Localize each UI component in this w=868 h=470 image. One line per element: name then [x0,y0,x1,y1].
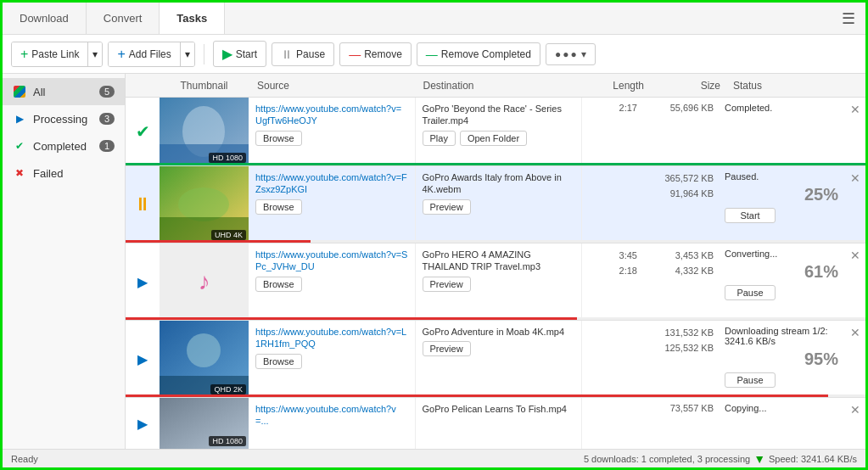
thumb-badge: HD 1080 [209,153,246,163]
paste-link-dropdown[interactable]: ▾ [88,42,102,66]
task-status-col: Converting... 61% Pause [718,243,845,320]
pause-icon: ⏸ [281,48,293,61]
toolbar-separator-1 [204,44,204,64]
completed-icon: ✔ [13,139,26,153]
title-bar: Download Convert Tasks ☰ [3,3,865,35]
preview-button[interactable]: Preview [423,199,471,215]
remove-completed-button[interactable]: — Remove Completed [417,42,540,66]
sidebar-item-failed[interactable]: ✖ Failed [3,159,125,187]
progress-bar [126,394,865,397]
tab-tasks[interactable]: Tasks [160,3,225,34]
sidebar-item-completed[interactable]: ✔ Completed 1 [3,132,125,159]
task-filename: GoPro Awards Italy from Above in 4K.webm [423,171,575,196]
svg-point-4 [178,187,229,221]
pause-task-button[interactable]: Pause [725,372,776,388]
all-icon [13,85,26,98]
pause-button[interactable]: ⏸ Pause [272,42,334,66]
task-state-icon: ▶ [126,243,160,320]
more-button[interactable]: ●●● ▾ [546,43,596,65]
task-close-button[interactable]: ✕ [845,398,865,449]
task-close-button[interactable]: ✕ [845,166,865,243]
progress-bar [126,163,865,165]
task-dest-col: GoPro Adventure in Moab 4K.mp4 Preview [416,321,583,397]
open-folder-button[interactable]: Open Folder [460,131,527,146]
preview-button[interactable]: Preview [423,341,471,356]
sidebar-item-processing[interactable]: ▶ Processing 3 [3,105,125,132]
col-header-status: Status [725,80,852,92]
task-source-col: https://www.youtube.com/watch?v=SPc_JVHw… [249,243,416,320]
task-filename: GoPro Adventure in Moab 4K.mp4 [423,326,575,338]
status-bar: Ready 5 downloads: 1 completed, 3 proces… [3,449,865,467]
task-url: https://www.youtube.com/watch?v=SPc_JVHw… [255,249,408,273]
remove-button[interactable]: — Remove [339,42,412,66]
col-header-thumbnail: Thumbnail [126,80,249,92]
task-state-icon: ▶ [126,398,160,449]
play-button[interactable]: Play [423,131,456,146]
task-size: 55,696 KB [641,98,718,165]
add-files-group: + Add Files ▾ [108,42,194,67]
pause-task-button[interactable]: Pause [725,285,776,300]
ready-label: Ready [11,454,38,464]
start-button[interactable]: ▶ Start [213,41,266,67]
thumb-badge: HD 1080 [209,436,246,446]
progress-bar [126,317,865,320]
thumb-badge: QHD 2K [210,384,246,394]
processing-icon: ▶ [13,112,26,126]
downloads-info: 5 downloads: 1 completed, 3 processing [584,454,750,464]
add-files-dropdown[interactable]: ▾ [181,42,194,66]
task-url: https://www.youtube.com/watch?v=... [255,403,408,428]
content-area: Thumbnail Source Destination Length Size… [126,74,865,449]
menu-icon[interactable]: ☰ [832,9,865,28]
col-header-destination: Destination [423,80,590,92]
task-dest-col: GoPro Pelican Learns To Fish.mp4 [416,398,583,449]
sidebar-item-all[interactable]: All 5 [3,78,125,105]
task-length: 3:452:18 [582,243,641,320]
svg-point-7 [187,333,221,367]
task-source-col: https://www.youtube.com/watch?v=FZsxz9Zp… [249,166,416,243]
task-thumbnail: QHD 2K [160,321,249,397]
tab-convert[interactable]: Convert [87,3,160,34]
task-url: https://www.youtube.com/watch?v=UgfTw6He… [255,103,408,127]
table-row: ✔ HD 1080 https://www.youtube.com/watch?… [126,98,865,166]
task-dest-col: GoPro Awards Italy from Above in 4K.webm… [416,166,583,243]
task-close-button[interactable]: ✕ [845,98,865,165]
browse-button[interactable]: Browse [255,354,302,369]
task-status-col: Downloading stream 1/2:3241.6 KB/s 95% P… [718,321,845,397]
browse-button[interactable]: Browse [255,277,302,292]
task-size: 131,532 KB125,532 KB [641,321,718,397]
tab-download[interactable]: Download [3,3,87,34]
plus-blue-icon: + [117,47,125,62]
remove-icon: — [349,48,361,61]
task-actions: Browse [255,131,408,146]
browse-button[interactable]: Browse [255,199,302,215]
table-header: Thumbnail Source Destination Length Size… [126,74,865,98]
task-url: https://www.youtube.com/watch?v=L1RH1fm_… [255,326,408,350]
task-filename: GoPro HERO 4 AMAZING THAILAND TRIP Trave… [423,249,575,273]
task-length [582,166,641,243]
col-header-length: Length [589,80,648,92]
task-close-button[interactable]: ✕ [845,321,865,397]
main-area: All 5 ▶ Processing 3 ✔ Completed 1 ✖ Fai… [3,74,865,449]
task-dest-actions: Preview [423,277,575,292]
browse-button[interactable]: Browse [255,131,302,146]
task-dest-col: GoPro 'Beyond the Race' - Series Trailer… [416,98,583,165]
task-actions: Browse [255,277,408,292]
start-task-button[interactable]: Start [725,208,776,223]
task-length: 2:17 [582,98,641,165]
failed-icon: ✖ [13,166,26,180]
task-status-col: Copying... [718,398,845,449]
add-files-button[interactable]: + Add Files [109,42,180,66]
task-dest-col: GoPro HERO 4 AMAZING THAILAND TRIP Trave… [416,243,583,320]
task-actions: Browse [255,199,408,215]
paste-link-button[interactable]: + Paste Link [12,42,88,66]
task-thumbnail: HD 1080 [160,98,249,165]
task-size: 73,557 KB [641,398,718,449]
task-close-button[interactable]: ✕ [845,243,865,320]
table-row: ▶ QHD 2K https://www.youtube.com/watch?v… [126,321,865,398]
col-header-source: Source [249,80,423,92]
preview-button[interactable]: Preview [423,277,471,292]
task-state-icon: ⏸ [126,166,160,243]
task-filename: GoPro 'Beyond the Race' - Series Trailer… [423,103,575,127]
plus-icon: + [20,47,28,62]
task-size: 3,453 KB4,332 KB [641,243,718,320]
